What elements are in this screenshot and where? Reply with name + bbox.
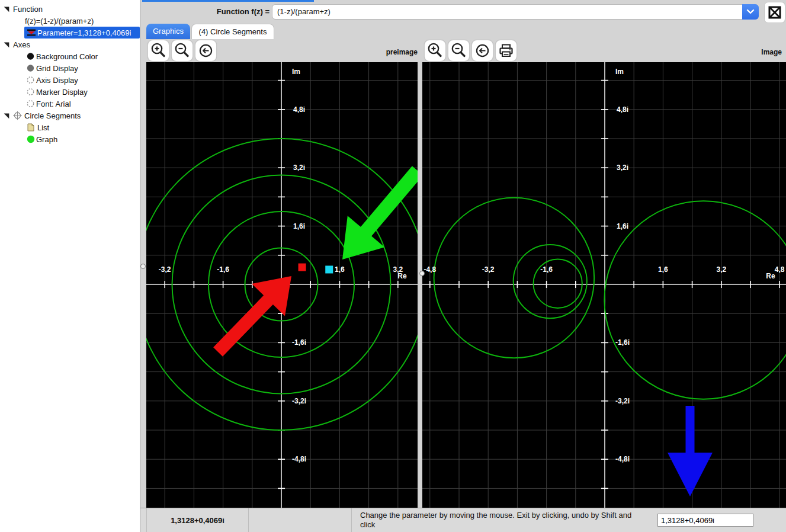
print-icon [496, 40, 516, 61]
sidebar-item-grid-display[interactable]: Grid Display [0, 62, 140, 74]
preimage-plot[interactable]: -3,2-1,61,63,24,8i3,2i1,6i-1,6i-3,2i-4,8… [146, 62, 418, 508]
zoom-out-icon [172, 40, 193, 61]
parameter-icon [27, 29, 36, 37]
circle-green-icon [27, 135, 35, 143]
status-message: Change the parameter by moving the mouse… [352, 508, 655, 532]
svg-text:1,6: 1,6 [658, 265, 668, 274]
zoom-out-button[interactable] [171, 40, 193, 62]
circle-gray-icon [27, 65, 34, 72]
status-bar: 1,3128+0,4069i Change the parameter by m… [140, 508, 786, 532]
sidebar-item-function[interactable]: Function [0, 3, 140, 15]
svg-text:3,2i: 3,2i [617, 164, 628, 172]
tab-graphics[interactable]: Graphics [146, 24, 190, 39]
status-empty-cell [249, 508, 352, 532]
sidebar-item-background-color[interactable]: Background Color [0, 50, 140, 62]
disclosure-triangle-icon[interactable] [3, 40, 10, 49]
app-window: Functionf(z)=(1-z)/(param+z)Parameter=1,… [0, 0, 786, 532]
graphics-area: preimage Image -3,2-1,61,63,24,8i3,2i1,6… [140, 39, 786, 508]
sidebar-item-parameter[interactable]: Parameter=1,3128+0,4069i [0, 27, 140, 39]
print-button[interactable] [495, 40, 517, 62]
sidebar-item-label: Axes [13, 40, 30, 49]
zoom-in-button[interactable] [147, 40, 169, 62]
circle-cross-icon [13, 111, 22, 120]
sidebar-tree: Functionf(z)=(1-z)/(param+z)Parameter=1,… [0, 0, 140, 532]
svg-text:-3,2i: -3,2i [615, 397, 630, 405]
svg-text:4,8i: 4,8i [293, 105, 305, 114]
disclosure-triangle-icon[interactable] [3, 5, 10, 13]
sidebar-item-function-formula[interactable]: f(z)=(1-z)/(param+z) [0, 15, 140, 27]
tab-bar: Graphics (4) Circle Segments [140, 24, 786, 39]
sidebar-item-label: Grid Display [36, 64, 78, 73]
svg-text:1,6i: 1,6i [293, 222, 305, 230]
sidebar-item-label: f(z)=(1-z)/(param+z) [25, 17, 94, 25]
splitter-handle[interactable] [419, 271, 425, 276]
circle-dashed-icon [27, 88, 34, 96]
svg-text:Re: Re [766, 272, 775, 280]
svg-text:-3,2: -3,2 [159, 265, 171, 274]
svg-text:Im: Im [615, 68, 624, 76]
svg-text:Im: Im [292, 68, 300, 76]
disclosure-triangle-icon[interactable] [3, 111, 10, 120]
function-dropdown-button[interactable] [742, 4, 759, 20]
sidebar-item-graph[interactable]: Graph [0, 133, 140, 145]
sidebar-item-axis-display[interactable]: Axis Display [0, 74, 140, 86]
svg-text:3,2: 3,2 [716, 265, 726, 274]
sidebar-item-marker-display[interactable]: Marker Display [0, 86, 140, 98]
sidebar-item-font[interactable]: Font: Arial [0, 98, 140, 110]
sidebar-item-label: Marker Display [36, 88, 88, 97]
circle-black-icon [27, 53, 34, 60]
preimage-plot-svg: -3,2-1,61,63,24,8i3,2i1,6i-1,6i-3,2i-4,8… [146, 62, 418, 508]
zoom-in-icon [148, 40, 169, 61]
svg-text:3,2i: 3,2i [293, 164, 305, 172]
svg-text:-3,2: -3,2 [482, 265, 495, 274]
parameter-input[interactable] [657, 514, 753, 527]
circle-dashed-icon [27, 76, 34, 84]
zoom-out-icon [448, 40, 469, 61]
window-accent-strip [142, 0, 314, 2]
close-button[interactable] [764, 2, 785, 23]
svg-text:-4,8i: -4,8i [292, 455, 306, 463]
circle-dashed-icon [27, 100, 34, 108]
zoom-in-icon [425, 40, 445, 61]
back-icon [195, 40, 216, 61]
svg-text:-1,6: -1,6 [540, 265, 553, 274]
zoom-in-button[interactable] [424, 40, 446, 62]
svg-text:-4,8: -4,8 [424, 265, 436, 274]
sidebar-item-label: Axis Display [36, 76, 78, 85]
sidebar-item-label: Graph [36, 135, 57, 144]
sidebar-item-list[interactable]: List [0, 121, 140, 133]
red-marker [299, 264, 306, 271]
tab-circle-segments[interactable]: (4) Circle Segments [191, 24, 274, 39]
note-icon [27, 123, 34, 132]
svg-text:-3,2i: -3,2i [292, 397, 306, 405]
svg-text:1,6i: 1,6i [617, 222, 628, 230]
sidebar-item-circle-segments[interactable]: Circle Segments [0, 110, 140, 121]
svg-text:-1,6: -1,6 [217, 265, 229, 274]
function-combobox[interactable]: (1-z)/(param+z) [272, 4, 759, 20]
cyan-marker [325, 265, 333, 273]
zoom-out-button[interactable] [448, 40, 470, 62]
back-icon [472, 40, 493, 61]
sidebar-item-label: Circle Segments [24, 111, 81, 120]
svg-text:-4,8i: -4,8i [615, 455, 630, 463]
image-plot[interactable]: -4,8-3,2-1,61,63,24,84,8i3,2i1,6i-1,6i-3… [422, 62, 786, 508]
sidebar-item-label: Background Color [36, 52, 98, 61]
back-button[interactable] [471, 40, 493, 62]
function-combobox-value: (1-z)/(param+z) [277, 7, 331, 16]
sidebar-item-label: Font: Arial [36, 100, 71, 108]
close-icon [765, 2, 785, 23]
chevron-down-icon [743, 4, 758, 18]
svg-text:-1,6i: -1,6i [292, 338, 306, 347]
sidebar-item-axes[interactable]: Axes [0, 39, 140, 50]
top-bar: Function f(z) = (1-z)/(param+z) [140, 0, 786, 24]
sidebar-item-label: Function [13, 5, 43, 14]
preimage-edge-handle[interactable] [140, 264, 146, 269]
svg-text:Re: Re [397, 272, 407, 280]
svg-text:-1,6i: -1,6i [615, 338, 630, 347]
image-panel-title: Image [711, 48, 782, 56]
sidebar-item-label: List [37, 123, 49, 132]
parameter-display: 1,3128+0,4069i [146, 508, 249, 532]
back-button[interactable] [195, 40, 217, 62]
image-plot-svg: -4,8-3,2-1,61,63,24,84,8i3,2i1,6i-1,6i-3… [422, 62, 786, 508]
svg-text:4,8i: 4,8i [617, 105, 628, 114]
